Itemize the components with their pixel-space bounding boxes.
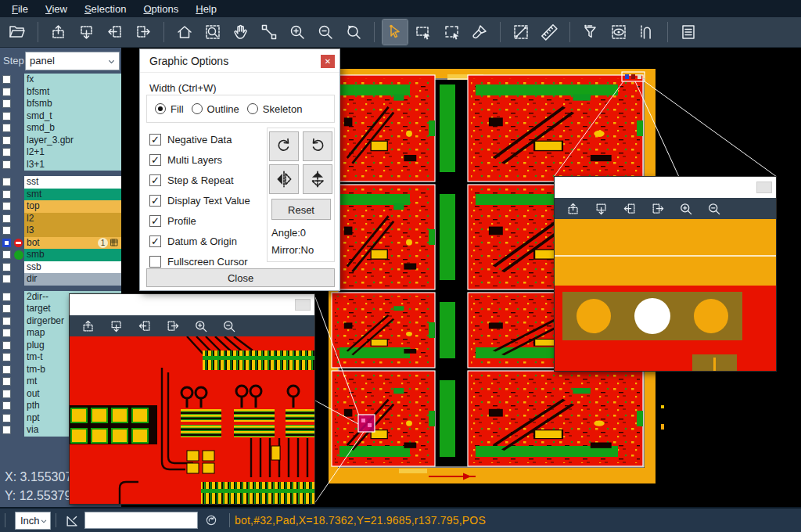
pan-down-button[interactable] bbox=[74, 20, 99, 45]
layer-checkbox[interactable] bbox=[2, 377, 11, 386]
layer-row-l2+1[interactable]: l2+1 bbox=[0, 146, 121, 159]
unit-select[interactable]: Inch bbox=[15, 512, 51, 530]
layer-checkbox[interactable] bbox=[2, 190, 11, 199]
pan-right-button[interactable] bbox=[163, 317, 183, 336]
magnifier-title-bar[interactable] bbox=[555, 177, 776, 198]
select-cursor-button[interactable] bbox=[383, 20, 408, 45]
layer-row-bot[interactable]: bot1 bbox=[0, 237, 121, 250]
layer-checkbox[interactable] bbox=[2, 99, 11, 108]
layer-checkbox[interactable] bbox=[2, 88, 11, 96]
layer-row-smb[interactable]: smb bbox=[0, 249, 121, 261]
layer-checkbox[interactable] bbox=[2, 353, 11, 361]
layer-checkbox[interactable] bbox=[2, 275, 11, 283]
zoom-in-button[interactable] bbox=[191, 317, 211, 336]
pan-left-button[interactable] bbox=[620, 200, 640, 218]
pan-hand-button[interactable] bbox=[228, 20, 253, 45]
layer-row-smt[interactable]: smt bbox=[0, 189, 121, 201]
layer-checkbox[interactable] bbox=[2, 304, 11, 313]
zoom-out-button[interactable] bbox=[704, 200, 724, 218]
rotate-ccw-button[interactable] bbox=[303, 131, 332, 161]
menu-options[interactable]: Options bbox=[135, 2, 187, 16]
checkbox-negative-data[interactable]: ✓Negative Data bbox=[149, 129, 250, 149]
layer-row-l2[interactable]: l2 bbox=[0, 213, 121, 225]
zoom-window-button[interactable] bbox=[200, 20, 225, 45]
checkbox-profile[interactable]: ✓Profile bbox=[149, 210, 250, 231]
dialog-title-bar[interactable]: Graphic Options ✕ bbox=[140, 49, 339, 73]
layer-row-top[interactable]: top bbox=[0, 200, 121, 213]
angle-tool-icon[interactable] bbox=[64, 512, 81, 529]
pan-up-button[interactable] bbox=[563, 200, 584, 218]
pan-left-button[interactable] bbox=[102, 20, 128, 45]
layer-checkbox[interactable] bbox=[2, 214, 11, 223]
open-folder-button[interactable] bbox=[5, 20, 30, 45]
layer-checkbox[interactable] bbox=[2, 112, 11, 120]
menu-view[interactable]: View bbox=[37, 2, 76, 16]
layer-checkbox[interactable] bbox=[2, 426, 11, 434]
layer-checkbox[interactable] bbox=[2, 250, 11, 259]
select-rect-button[interactable] bbox=[411, 20, 436, 45]
layer-checkbox[interactable] bbox=[2, 160, 11, 169]
layer-checkbox[interactable] bbox=[2, 390, 11, 398]
layer-checkbox[interactable] bbox=[2, 401, 11, 410]
sync-icon[interactable] bbox=[204, 513, 218, 527]
view-box-button[interactable] bbox=[606, 20, 631, 45]
layer-checkbox[interactable] bbox=[2, 329, 11, 337]
window-button[interactable] bbox=[295, 299, 311, 311]
layer-row-ssb[interactable]: ssb bbox=[0, 261, 121, 274]
step-select[interactable]: panel bbox=[25, 52, 120, 70]
menu-selection[interactable]: Selection bbox=[76, 2, 135, 16]
zoom-previous-button[interactable] bbox=[341, 20, 366, 45]
zoom-out-button[interactable] bbox=[219, 317, 239, 336]
select-group-button[interactable] bbox=[439, 20, 464, 45]
menu-help[interactable]: Help bbox=[187, 2, 225, 16]
layer-checkbox[interactable] bbox=[2, 148, 11, 156]
brush-button[interactable] bbox=[467, 20, 492, 45]
layer-row-fx[interactable]: fx bbox=[0, 74, 121, 86]
pan-up-button[interactable] bbox=[46, 20, 71, 45]
layer-checkbox[interactable] bbox=[2, 317, 11, 325]
layer-checkbox[interactable] bbox=[2, 178, 11, 186]
layer-checkbox[interactable] bbox=[2, 226, 11, 235]
layer-checkbox[interactable] bbox=[2, 341, 11, 350]
zoom-out-button[interactable] bbox=[313, 20, 338, 45]
magnifier-title-bar[interactable] bbox=[70, 294, 314, 315]
radio-outline[interactable]: Outline bbox=[192, 103, 239, 115]
checkbox-display-text-value[interactable]: ✓Display Text Value bbox=[149, 190, 250, 210]
magnifier-view[interactable] bbox=[555, 219, 776, 371]
close-button[interactable]: Close bbox=[146, 268, 335, 287]
zoom-in-button[interactable] bbox=[676, 200, 696, 218]
pan-left-button[interactable] bbox=[135, 317, 155, 336]
checkbox-datum-origin[interactable]: ✓Datum & Origin bbox=[149, 231, 250, 251]
pan-down-button[interactable] bbox=[591, 200, 612, 218]
zoom-in-button[interactable] bbox=[285, 20, 310, 45]
radio-fill[interactable]: Fill bbox=[155, 103, 184, 115]
pan-right-button[interactable] bbox=[131, 20, 156, 45]
layer-row-bfsmt[interactable]: bfsmt bbox=[0, 86, 121, 99]
checkbox-multi-layers[interactable]: ✓Multi Layers bbox=[149, 149, 250, 170]
ruler-button[interactable] bbox=[537, 20, 562, 45]
close-icon[interactable]: ✕ bbox=[321, 55, 335, 68]
layer-row-dir[interactable]: dir bbox=[0, 273, 121, 286]
home-button[interactable] bbox=[172, 20, 197, 45]
measure-diagonal-button[interactable] bbox=[508, 20, 533, 45]
filter-button[interactable] bbox=[578, 20, 603, 45]
layer-row-smd_b[interactable]: smd_b bbox=[0, 122, 121, 135]
layer-checkbox[interactable] bbox=[2, 136, 11, 145]
layer-row-layer_3.gbr[interactable]: layer_3.gbr bbox=[0, 135, 121, 147]
layer-row-bfsmb[interactable]: bfsmb bbox=[0, 98, 121, 110]
magnifier-view[interactable] bbox=[70, 336, 314, 504]
checkbox-step-repeat[interactable]: ✓Step & Repeat bbox=[149, 170, 250, 190]
layer-row-smd_t[interactable]: smd_t bbox=[0, 110, 121, 123]
flip-vertical-button[interactable] bbox=[303, 164, 332, 194]
measure-point-button[interactable] bbox=[257, 20, 282, 45]
layer-checkbox[interactable] bbox=[2, 239, 11, 247]
pan-right-button[interactable] bbox=[648, 200, 668, 218]
layer-checkbox[interactable] bbox=[2, 263, 11, 271]
pan-up-button[interactable] bbox=[78, 317, 99, 336]
layer-row-l3[interactable]: l3 bbox=[0, 225, 121, 237]
layer-row-l3+1[interactable]: l3+1 bbox=[0, 159, 121, 171]
radio-skeleton[interactable]: Skeleton bbox=[247, 103, 303, 115]
snap-button[interactable] bbox=[634, 20, 659, 45]
rotate-cw-button[interactable] bbox=[269, 131, 299, 161]
reset-button[interactable]: Reset bbox=[271, 199, 331, 220]
